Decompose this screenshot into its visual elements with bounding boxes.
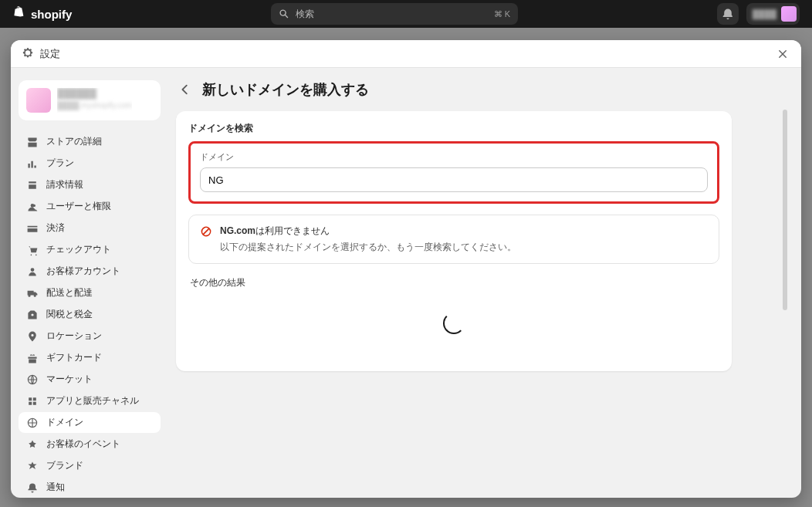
sidebar-item-label: 配送と配達: [46, 286, 93, 299]
sidebar-item-label: 関税と税金: [46, 308, 93, 321]
close-button[interactable]: [775, 46, 790, 62]
notifications-button[interactable]: [717, 3, 739, 25]
modal-title: 設定: [40, 47, 60, 61]
sidebar-item-locations[interactable]: ロケーション: [19, 326, 161, 346]
sidebar-item-label: プラン: [46, 157, 74, 170]
domains-icon: [26, 417, 39, 429]
prohibit-icon: [200, 225, 212, 238]
users-icon: [26, 201, 39, 213]
store-name: ██████: [57, 88, 132, 99]
scrollbar[interactable]: [783, 110, 787, 484]
apps-icon: [26, 395, 39, 407]
sidebar-item-label: ストアの詳細: [46, 135, 102, 148]
bell-icon: [722, 8, 734, 20]
sidebar-item-label: お客様のイベント: [46, 438, 120, 451]
store-card[interactable]: ██████ ████.myshopify.com: [19, 80, 161, 120]
store-icon: [26, 136, 39, 148]
plan-icon: [26, 157, 39, 170]
events-icon: [26, 438, 39, 451]
loading-spinner: [188, 297, 719, 357]
markets-icon: [26, 373, 39, 386]
sidebar-item-events[interactable]: お客様のイベント: [19, 434, 161, 455]
payments-icon: [26, 222, 39, 235]
taxes-icon: [26, 309, 39, 321]
sidebar-item-store[interactable]: ストアの詳細: [19, 131, 161, 152]
sidebar-item-payments[interactable]: 決済: [19, 218, 161, 238]
sidebar-item-label: 決済: [46, 221, 65, 235]
close-icon: [777, 49, 788, 59]
sidebar-item-notifications[interactable]: 通知: [19, 477, 161, 498]
settings-modal: 設定 ██████ ████.myshopify.com ストアの詳細プラン請求…: [11, 40, 801, 498]
spinner-icon: [443, 313, 465, 334]
other-results-label: その他の結果: [190, 276, 719, 289]
gift-icon: [26, 352, 39, 364]
locations-icon: [26, 330, 39, 343]
sidebar-item-brand[interactable]: ブランド: [19, 455, 161, 476]
main-content: 新しいドメインを購入する ドメインを検索 ドメイン NG.comは利用できません…: [165, 68, 801, 498]
shopify-icon: [12, 6, 26, 22]
sidebar-item-plan[interactable]: プラン: [19, 153, 161, 174]
sidebar-item-markets[interactable]: マーケット: [19, 369, 161, 390]
gear-icon: [22, 48, 34, 60]
unavailable-alert: NG.comは利用できません 以下の提案されたドメインを選択するか、もう一度検索…: [188, 215, 719, 264]
shipping-icon: [26, 287, 39, 299]
sidebar-item-label: ドメイン: [46, 416, 83, 429]
store-avatar: [26, 88, 51, 113]
settings-nav: ストアの詳細プラン請求情報ユーザーと権限決済チェックアウトお客様アカウント配送と…: [19, 131, 161, 498]
input-label: ドメイン: [200, 151, 708, 163]
brand-text: shopify: [31, 8, 72, 21]
avatar: [781, 6, 797, 22]
billing-icon: [26, 179, 39, 191]
search-icon: [279, 8, 289, 19]
user-name: ████: [753, 9, 776, 19]
search-placeholder: 検索: [296, 8, 314, 21]
sidebar-item-label: 請求情報: [46, 178, 83, 191]
modal-header: 設定: [11, 40, 801, 68]
sidebar-item-label: チェックアウト: [46, 243, 111, 256]
store-url: ████.myshopify.com: [57, 101, 132, 110]
sidebar-item-accounts[interactable]: お客様アカウント: [19, 261, 161, 282]
sidebar-item-label: ユーザーと権限: [46, 200, 111, 213]
checkout-icon: [26, 244, 39, 256]
sidebar-item-checkout[interactable]: チェックアウト: [19, 239, 161, 260]
back-button[interactable]: [176, 80, 195, 99]
accounts-icon: [26, 265, 39, 278]
sidebar-item-taxes[interactable]: 関税と税金: [19, 304, 161, 325]
alert-subtitle: 以下の提案されたドメインを選択するか、もう一度検索してください。: [220, 241, 516, 254]
domain-input[interactable]: [200, 167, 708, 192]
brand-icon: [26, 460, 39, 472]
brand-logo[interactable]: shopify: [12, 6, 72, 22]
topbar: shopify 検索 ⌘ K ████: [0, 0, 812, 28]
sidebar-item-billing[interactable]: 請求情報: [19, 174, 161, 195]
page-title: 新しいドメインを購入する: [202, 80, 369, 99]
sidebar-item-label: ロケーション: [46, 330, 102, 343]
sidebar-item-users[interactable]: ユーザーと権限: [19, 196, 161, 217]
sidebar-item-label: 通知: [46, 481, 65, 494]
notifications-icon: [26, 482, 39, 494]
sidebar-item-label: ギフトカード: [46, 351, 102, 364]
sidebar-item-label: マーケット: [46, 373, 93, 386]
arrow-left-icon: [178, 83, 192, 96]
settings-sidebar: ██████ ████.myshopify.com ストアの詳細プラン請求情報ユ…: [11, 68, 165, 498]
search-bar[interactable]: 検索 ⌘ K: [271, 3, 518, 25]
search-kbd: ⌘ K: [494, 9, 510, 19]
search-card-label: ドメインを検索: [188, 122, 719, 135]
sidebar-item-gift[interactable]: ギフトカード: [19, 347, 161, 368]
alert-title: NG.comは利用できません: [220, 225, 516, 238]
domain-input-highlight: ドメイン: [188, 141, 719, 204]
domain-search-card: ドメインを検索 ドメイン NG.comは利用できません 以下の提案されたドメイン…: [176, 111, 732, 371]
sidebar-item-domains[interactable]: ドメイン: [19, 412, 161, 433]
sidebar-item-shipping[interactable]: 配送と配達: [19, 282, 161, 303]
sidebar-item-label: アプリと販売チャネル: [46, 394, 139, 407]
sidebar-item-label: ブランド: [46, 459, 83, 472]
user-menu[interactable]: ████: [746, 3, 800, 25]
sidebar-item-label: お客様アカウント: [46, 265, 120, 278]
sidebar-item-apps[interactable]: アプリと販売チャネル: [19, 390, 161, 411]
